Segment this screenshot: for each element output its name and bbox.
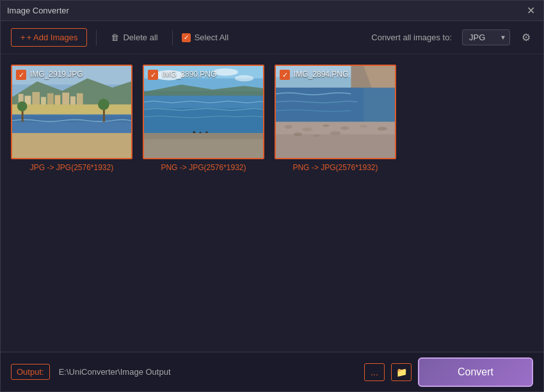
select-all-label: Select All <box>195 33 228 42</box>
image-2-filename: IMG_2890.PNG <box>162 70 216 79</box>
add-images-label: + Add Images <box>27 33 78 42</box>
image-3-checkbox[interactable] <box>280 70 290 80</box>
svg-point-49 <box>378 127 388 130</box>
toolbar: + + Add Images 🗑 Delete all Select All C… <box>1 21 543 54</box>
toolbar-divider-1 <box>96 30 97 45</box>
folder-icon: 📁 <box>396 367 407 377</box>
svg-point-48 <box>360 125 367 127</box>
bottom-bar: Output: ... 📁 Convert <box>1 352 543 391</box>
image-thumbnail-1 <box>12 66 131 158</box>
add-images-button[interactable]: + + Add Images <box>11 28 87 47</box>
image-item-3: IMG_2894.PNG PNG -> JPG(2576*1932) <box>275 65 396 172</box>
format-select-wrapper: JPG PNG BMP TIFF WEBP GIF ▼ <box>462 29 510 45</box>
dots-icon: ... <box>371 367 378 377</box>
svg-point-52 <box>330 131 341 135</box>
svg-rect-8 <box>47 93 54 106</box>
svg-point-51 <box>314 134 320 137</box>
convert-button[interactable]: Convert <box>418 357 533 387</box>
delete-all-button[interactable]: 🗑 Delete all <box>106 30 163 45</box>
svg-rect-10 <box>62 93 69 106</box>
images-grid: IMG_2919.JPG JPG -> JPG(2576*1932) <box>11 65 533 172</box>
svg-rect-12 <box>77 93 83 106</box>
browse-dots-button[interactable]: ... <box>364 363 385 381</box>
image-1-checkbox[interactable] <box>16 70 26 80</box>
title-bar: Image Converter ✕ <box>1 1 543 21</box>
image-1-filename: IMG_2919.JPG <box>30 70 83 79</box>
image-frame-3[interactable]: IMG_2894.PNG <box>275 65 396 159</box>
convert-all-label: Convert all images to: <box>371 33 452 42</box>
format-select[interactable]: JPG PNG BMP TIFF WEBP GIF <box>462 29 510 45</box>
svg-point-46 <box>323 124 329 127</box>
image-frame-2[interactable]: IMG_2890.PNG <box>143 65 264 159</box>
image-2-checkbox[interactable] <box>148 70 158 80</box>
image-2-info: PNG -> JPG(2576*1932) <box>161 163 246 172</box>
svg-rect-15 <box>12 116 131 122</box>
svg-point-47 <box>340 126 349 130</box>
svg-rect-34 <box>144 133 263 139</box>
settings-button[interactable]: ⚙ <box>519 29 533 46</box>
svg-point-26 <box>235 75 253 82</box>
close-button[interactable]: ✕ <box>524 4 537 17</box>
svg-point-50 <box>293 132 302 136</box>
svg-point-18 <box>17 101 28 111</box>
svg-point-45 <box>302 127 312 131</box>
image-item-1: IMG_2919.JPG JPG -> JPG(2576*1932) <box>11 65 132 172</box>
svg-rect-13 <box>12 104 131 116</box>
select-all-checkbox-label[interactable]: Select All <box>182 33 228 42</box>
svg-rect-6 <box>32 92 40 106</box>
svg-point-25 <box>213 68 238 76</box>
content-area: IMG_2919.JPG JPG -> JPG(2576*1932) <box>1 54 543 352</box>
image-3-filename: IMG_2894.PNG <box>294 70 348 79</box>
plus-icon: + <box>20 33 26 42</box>
image-1-info: JPG -> JPG(2576*1932) <box>30 163 113 172</box>
image-frame-1[interactable]: IMG_2919.JPG <box>11 65 132 159</box>
select-all-checkbox[interactable] <box>182 33 191 42</box>
image-thumbnail-2 <box>144 66 263 158</box>
delete-icon: 🗑 <box>111 33 119 42</box>
output-label: Output: <box>11 364 50 380</box>
window-title: Image Converter <box>7 6 69 15</box>
svg-point-44 <box>285 125 292 129</box>
image-3-info: PNG -> JPG(2576*1932) <box>292 163 378 172</box>
image-item-2: IMG_2890.PNG PNG -> JPG(2576*1932) <box>143 65 264 172</box>
main-window: Image Converter ✕ + + Add Images 🗑 Delet… <box>0 0 544 392</box>
image-thumbnail-3 <box>276 66 395 158</box>
browse-folder-button[interactable]: 📁 <box>391 363 412 381</box>
delete-all-label: Delete all <box>123 33 157 42</box>
svg-rect-16 <box>12 133 131 158</box>
output-path-input[interactable] <box>56 365 358 379</box>
svg-point-20 <box>98 99 109 111</box>
toolbar-divider-2 <box>172 30 173 45</box>
